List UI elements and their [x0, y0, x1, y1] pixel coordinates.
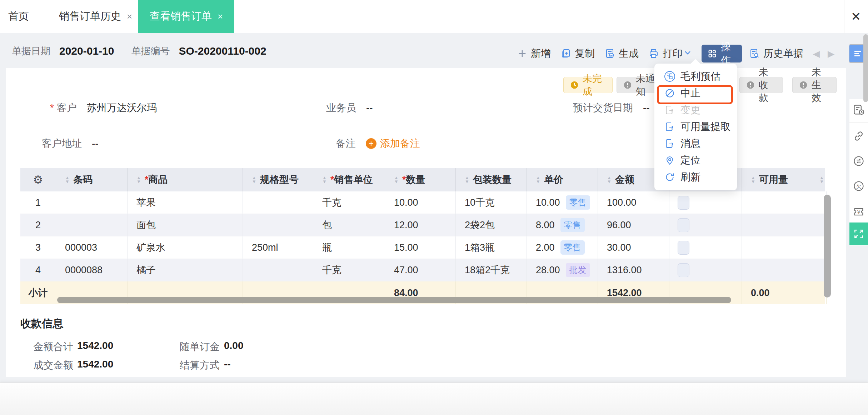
- salesman-label: 业务员: [326, 101, 356, 115]
- row-checkbox[interactable]: [678, 241, 689, 255]
- svg-text:欠: 欠: [856, 184, 862, 189]
- cell-checkbox: [669, 214, 742, 236]
- cell-barcode: 000003: [56, 236, 128, 259]
- row-checkbox[interactable]: [678, 263, 689, 277]
- exclamation-icon: [798, 80, 808, 90]
- header-unit[interactable]: ▲▼*销售单位: [313, 168, 385, 191]
- cell-qty: 10.00: [385, 191, 456, 214]
- menu-item-available-extract[interactable]: 可用量提取: [654, 118, 737, 135]
- header-spec[interactable]: ▲▼规格型号: [243, 168, 313, 191]
- toolbar: 新增 复制 生成 打印 操作 历史单据 ◀ ▶: [517, 44, 868, 64]
- subtotal-label: 小计: [20, 281, 56, 304]
- topbar-divider: [844, 0, 844, 33]
- tab-close-icon[interactable]: ×: [218, 11, 223, 22]
- header-available[interactable]: ▲▼可用量: [742, 168, 817, 191]
- menu-item-change[interactable]: 变更: [654, 101, 737, 118]
- page-arrow-icon: [664, 121, 675, 132]
- plus-icon: [517, 49, 527, 59]
- sort-icon[interactable]: ▲▼: [536, 176, 540, 184]
- tab-sales-order-history[interactable]: 销售订单历史 ×: [59, 0, 132, 33]
- settlement-value: --: [224, 359, 231, 370]
- copy-button[interactable]: 复制: [560, 47, 595, 60]
- tab-home[interactable]: 首页: [8, 0, 29, 33]
- money-ticket-icon[interactable]: ¥: [853, 206, 865, 218]
- history-doc-button[interactable]: 历史单据: [749, 47, 803, 60]
- table-row[interactable]: 3 000003 矿泉水 250ml 瓶 15.00 1箱3瓶 2.00零售 3…: [20, 236, 825, 259]
- header-pack-qty[interactable]: ▲▼包装数量: [456, 168, 527, 191]
- link-icon[interactable]: [853, 130, 865, 142]
- horizontal-scrollbar[interactable]: [57, 297, 731, 303]
- prev-arrow-icon[interactable]: ◀: [813, 49, 820, 59]
- sort-icon[interactable]: ▲▼: [136, 176, 141, 184]
- action-button[interactable]: 操作: [702, 45, 742, 62]
- remark-label: 备注: [336, 137, 356, 150]
- plus-circle-icon: +: [366, 138, 376, 149]
- cell-unit: 包: [313, 214, 385, 236]
- price-type-badge: 零售: [560, 218, 585, 232]
- sort-icon[interactable]: ▲▼: [607, 176, 612, 184]
- cell-price: 2.00零售: [527, 236, 598, 259]
- expand-fullscreen-button[interactable]: [849, 222, 868, 245]
- delivery-date-field[interactable]: 预计交货日期 --: [573, 101, 650, 115]
- cell-spec: [243, 259, 313, 281]
- row-index: 2: [20, 214, 56, 236]
- tab-close-icon[interactable]: ×: [127, 11, 132, 22]
- sort-icon[interactable]: ▲▼: [394, 176, 399, 184]
- row-index: 3: [20, 236, 56, 259]
- cell-barcode: 0000088: [56, 259, 128, 281]
- header-barcode[interactable]: ▲▼条码: [56, 168, 128, 191]
- table-row[interactable]: 4 0000088 橘子 千克 47.00 18箱2千克 28.00批发 131…: [20, 259, 825, 281]
- cell-pack: 2袋2包: [456, 214, 527, 236]
- cell-qty: 12.00: [385, 214, 456, 236]
- sort-icon[interactable]: ▲▼: [65, 176, 70, 184]
- location-pin-icon: [664, 155, 675, 166]
- cell-available: [742, 214, 817, 236]
- customer-address-field[interactable]: 客户地址 --: [42, 137, 99, 150]
- sort-icon[interactable]: ▲▼: [252, 176, 256, 184]
- row-checkbox[interactable]: [678, 196, 689, 210]
- order-record-icon[interactable]: [853, 104, 865, 116]
- sort-icon[interactable]: ▲▼: [322, 176, 327, 184]
- doc-date-value: 2020-01-10: [59, 45, 114, 57]
- close-page-icon[interactable]: ✕: [851, 9, 861, 24]
- print-dropdown-chevron-icon[interactable]: [683, 48, 692, 59]
- debt-icon[interactable]: 欠: [853, 180, 865, 192]
- menu-item-profit-estimate[interactable]: 毛 毛利预估: [654, 68, 737, 85]
- table-row[interactable]: 1 苹果 千克 10.00 10千克 10.00零售 100.00: [20, 191, 825, 214]
- table-row[interactable]: 2 面包 包 12.00 2袋2包 8.00零售 96.00: [20, 214, 825, 236]
- prohibit-icon: [664, 88, 675, 99]
- salesman-field[interactable]: 业务员 --: [326, 101, 373, 115]
- refresh-icon: [664, 172, 675, 182]
- print-icon: [648, 48, 659, 59]
- cell-pack: 18箱2千克: [456, 259, 527, 281]
- sort-icon[interactable]: ▲▼: [751, 176, 755, 184]
- copy-icon: [560, 48, 571, 59]
- exchange-icon[interactable]: [853, 155, 865, 167]
- cell-spec: [243, 214, 313, 236]
- add-button[interactable]: 新增: [517, 47, 551, 60]
- header-price[interactable]: ▲▼单价: [527, 168, 598, 191]
- next-arrow-icon[interactable]: ▶: [828, 49, 834, 59]
- add-remark-button[interactable]: + 添加备注: [366, 137, 420, 150]
- table-vertical-scrollbar[interactable]: [824, 195, 831, 298]
- menu-item-locate[interactable]: 定位: [654, 152, 737, 169]
- sort-icon: ▲▼: [819, 176, 824, 184]
- customer-field[interactable]: * 客户 苏州万达沃尔玛: [50, 101, 157, 115]
- generate-button[interactable]: 生成: [604, 47, 639, 60]
- row-checkbox[interactable]: [678, 218, 689, 232]
- menu-item-message[interactable]: 消息: [654, 135, 737, 152]
- sort-icon[interactable]: ▲▼: [465, 176, 469, 184]
- subtotal-available: 0.00: [742, 281, 817, 304]
- menu-item-abort[interactable]: 中止: [654, 85, 737, 101]
- header-product[interactable]: ▲▼*商品: [128, 168, 243, 191]
- column-settings-button[interactable]: ⚙: [20, 168, 56, 191]
- cell-checkbox: [669, 259, 742, 281]
- footer-bar: [0, 382, 868, 415]
- cell-pack: 1箱3瓶: [456, 236, 527, 259]
- payment-section-title: 收款信息: [20, 316, 63, 331]
- header-qty[interactable]: ▲▼*数量: [385, 168, 456, 191]
- menu-item-refresh[interactable]: 刷新: [654, 169, 737, 185]
- tab-view-sales-order[interactable]: 查看销售订单 ×: [138, 0, 234, 33]
- print-button[interactable]: 打印: [648, 47, 683, 60]
- page-scrollbar[interactable]: [863, 34, 868, 102]
